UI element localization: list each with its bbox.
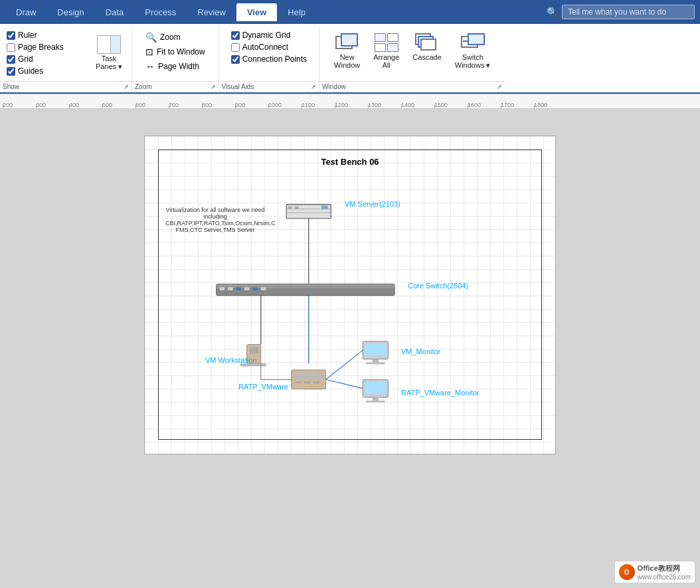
ruler-tick-900: 900 (235, 102, 268, 108)
virt-text: Virtualization for all software we need … (165, 207, 265, 233)
svg-rect-22 (313, 381, 319, 383)
window-group: NewWindow ArrangeAll (319, 27, 505, 92)
vm-server-label: VM Server(2103) (345, 200, 400, 208)
diagram-inner: Test Bench 06 (158, 149, 542, 440)
svg-rect-5 (321, 206, 328, 210)
tab-view[interactable]: View (236, 3, 277, 21)
ruler-tick-1400: 1400 (401, 102, 434, 108)
page-width-button[interactable]: ↔ Page Width (141, 60, 209, 73)
guides-check[interactable] (7, 67, 15, 76)
canvas-area: Test Bench 06 (0, 109, 700, 588)
window-group-top: NewWindow ArrangeAll (319, 27, 505, 80)
page-breaks-check[interactable] (7, 43, 15, 52)
svg-rect-26 (366, 362, 385, 364)
svg-rect-20 (296, 381, 302, 383)
diagram-body: VM Server(2103) Core Switch(2504) VM Wor… (165, 180, 535, 433)
svg-rect-9 (228, 287, 233, 290)
ruler-check[interactable] (7, 31, 15, 40)
switch-windows-icon (461, 33, 485, 52)
ruler-checkbox[interactable]: Ruler (7, 31, 85, 40)
guides-checkbox[interactable]: Guides (7, 66, 85, 76)
visual-aids-group: Dynamic Grid AutoConnect Connection Poin… (219, 27, 319, 92)
grid-check[interactable] (7, 55, 15, 64)
svg-rect-15 (250, 347, 258, 353)
tab-review[interactable]: Review (187, 3, 236, 21)
autoconnect-check[interactable] (231, 43, 240, 52)
dynamic-grid-check[interactable] (231, 31, 240, 40)
ruler-tick-1100: 1100 (302, 102, 335, 108)
vm-workstation-label: VM Workstation (205, 356, 256, 364)
svg-rect-4 (295, 206, 299, 209)
task-panes-label: TaskPanes ▾ (96, 54, 122, 71)
svg-rect-21 (304, 381, 311, 383)
ruler-tick-200: 200 (3, 102, 36, 108)
tab-process[interactable]: Process (134, 3, 187, 21)
svg-rect-31 (366, 401, 385, 403)
vm-monitor-label: VM_Monitor (401, 347, 440, 355)
grid-checkbox[interactable]: Grid (7, 54, 85, 64)
connection-points-checkbox[interactable]: Connection Points (231, 54, 307, 64)
office-watermark: O Office教程网 www.office26.com (615, 561, 695, 583)
window-expand-icon[interactable]: ↗ (497, 84, 502, 90)
vm-server-shape (286, 205, 331, 219)
arrange-all-label: ArrangeAll (373, 53, 399, 69)
zoom-group: 🔍 Zoom ⊡ Fit to Window ↔ Page Width Zoom… (132, 27, 219, 92)
show-group-label: Show ↗ (0, 81, 131, 92)
ribbon-container: Draw Design Data Process Review View Hel… (0, 0, 700, 94)
svg-line-34 (326, 350, 363, 379)
switch-windows-button[interactable]: SwitchWindows ▾ (450, 31, 496, 72)
zoom-group-label: Zoom ↗ (132, 81, 219, 92)
ruler: 200 300 400 500 600 700 800 900 1000 110… (0, 94, 700, 109)
tab-draw[interactable]: Draw (5, 3, 46, 21)
ratp-vmware-shape (292, 370, 326, 389)
svg-rect-10 (236, 287, 241, 290)
svg-rect-29 (365, 381, 387, 394)
switch-windows-label: SwitchWindows ▾ (455, 53, 491, 70)
zoom-expand-icon[interactable]: ↗ (211, 84, 216, 90)
svg-rect-11 (244, 287, 250, 290)
ratp-vmware-monitor-label: RATP_VMware_Monitor (401, 389, 480, 397)
zoom-button[interactable]: 🔍 Zoom (141, 31, 209, 44)
task-panes-button[interactable]: TaskPanes ▾ (90, 28, 128, 78)
svg-rect-8 (219, 287, 224, 290)
arrange-all-button[interactable]: ArrangeAll (368, 31, 404, 72)
search-input[interactable] (562, 5, 695, 19)
search-area: 🔍 (547, 5, 695, 19)
visual-aids-expand-icon[interactable]: ↗ (311, 84, 316, 90)
new-window-label: NewWindow (334, 53, 360, 69)
tab-help[interactable]: Help (277, 3, 316, 21)
ruler-tick-1700: 1700 (501, 102, 534, 108)
zoom-icon: 🔍 (145, 32, 157, 43)
vm-monitor-shape (363, 342, 388, 365)
autoconnect-checkbox[interactable]: AutoConnect (231, 43, 307, 52)
svg-rect-24 (365, 343, 387, 356)
new-window-button[interactable]: NewWindow (329, 31, 365, 72)
cascade-button[interactable]: Cascade (407, 31, 446, 64)
svg-line-35 (326, 379, 363, 388)
core-switch-shape (217, 284, 394, 295)
arrange-all-icon (375, 33, 398, 52)
diagram-title: Test Bench 06 (165, 157, 535, 167)
core-switch-label: Core Switch(2504) (408, 282, 468, 290)
tab-design[interactable]: Design (46, 3, 94, 21)
svg-rect-13 (261, 287, 266, 290)
fit-to-window-button[interactable]: ⊡ Fit to Window (141, 45, 209, 58)
ruler-tick-700: 700 (169, 102, 202, 108)
ruler-tick-1600: 1600 (468, 102, 501, 108)
svg-rect-12 (252, 287, 258, 290)
page-breaks-checkbox[interactable]: Page Breaks (7, 43, 85, 52)
show-group: Ruler Page Breaks Grid Guides (0, 27, 132, 92)
ruler-tick-1000: 1000 (268, 102, 302, 108)
zoom-group-top: 🔍 Zoom ⊡ Fit to Window ↔ Page Width (132, 27, 219, 80)
cascade-label: Cascade (412, 53, 441, 61)
show-expand-icon[interactable]: ↗ (124, 84, 129, 90)
tab-data[interactable]: Data (95, 3, 134, 21)
dynamic-grid-checkbox[interactable]: Dynamic Grid (231, 31, 307, 40)
visual-aids-group-top: Dynamic Grid AutoConnect Connection Poin… (219, 27, 319, 80)
svg-rect-30 (373, 397, 379, 401)
ruler-tick-600: 600 (135, 102, 169, 108)
diagram-page: Test Bench 06 (144, 136, 556, 454)
search-icon: 🔍 (547, 7, 558, 17)
connection-points-check[interactable] (231, 55, 240, 64)
cascade-icon (415, 33, 439, 52)
